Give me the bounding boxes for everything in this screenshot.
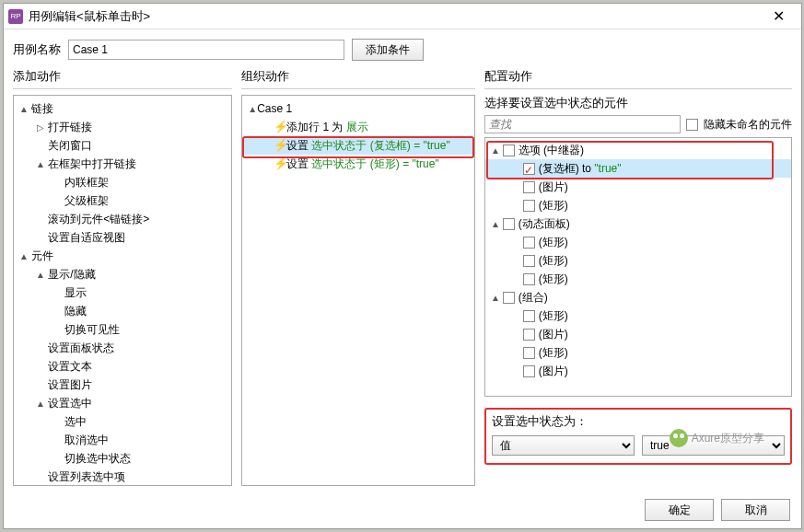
tree-item[interactable]: 关闭窗口 xyxy=(16,136,229,155)
case-name-input[interactable] xyxy=(68,40,344,60)
tree-item[interactable]: 滚动到元件<锚链接> xyxy=(16,210,229,228)
widget-item[interactable]: (矩形) xyxy=(485,343,791,362)
widget-item[interactable]: (矩形) xyxy=(485,306,791,325)
organize-action-tree[interactable]: ▲Case 1⚡添加行 1 为 展示⚡设置 选中状态于 (复选框) = "tru… xyxy=(241,95,475,486)
close-button[interactable]: ✕ xyxy=(760,5,797,29)
tree-item[interactable]: 设置列表选中项 xyxy=(16,468,229,486)
set-state-section: 设置选中状态为： 值 true xyxy=(484,408,792,465)
search-input[interactable] xyxy=(484,115,681,133)
add-action-tree[interactable]: ▲ 链接▷ 打开链接 关闭窗口▲ 在框架中打开链接 内联框架 父级框架 滚动到元… xyxy=(13,95,232,486)
action-item[interactable]: ▲Case 1 xyxy=(244,99,472,118)
widget-item[interactable]: (矩形) xyxy=(485,251,791,270)
value-type-select[interactable]: 值 xyxy=(492,435,635,456)
hide-unnamed-label: 隐藏未命名的元件 xyxy=(704,117,792,133)
tree-item[interactable]: 内联框架 xyxy=(16,173,229,191)
right-header: 配置动作 xyxy=(484,68,792,89)
add-condition-button[interactable]: 添加条件 xyxy=(352,39,424,61)
action-item[interactable]: ⚡设置 选中状态于 (复选框) = "true" xyxy=(244,136,472,155)
left-header: 添加动作 xyxy=(13,68,232,89)
tree-item[interactable]: 隐藏 xyxy=(16,302,229,320)
widget-item[interactable]: (矩形) xyxy=(485,270,791,288)
widget-list[interactable]: ▲ 选项 (中继器) (复选框) to "true" (图片) (矩形)▲ (动… xyxy=(484,137,792,397)
widget-item[interactable]: ▲ (组合) xyxy=(485,288,791,306)
tree-item[interactable]: 取消选中 xyxy=(16,431,229,449)
widget-item[interactable]: (图片) xyxy=(485,325,791,343)
tree-item[interactable]: ▲ 链接 xyxy=(16,99,229,118)
tree-item[interactable]: ▲ 显示/隐藏 xyxy=(16,265,229,283)
widget-item[interactable]: (矩形) xyxy=(485,233,791,251)
action-item[interactable]: ⚡设置 选中状态于 (矩形) = "true" xyxy=(244,155,472,173)
titlebar: RP 用例编辑<鼠标单击时> ✕ xyxy=(4,4,801,29)
tree-item[interactable]: 切换可见性 xyxy=(16,320,229,339)
tree-item[interactable]: 设置文本 xyxy=(16,357,229,376)
widget-item[interactable]: ▲ 选项 (中继器) xyxy=(485,141,791,159)
tree-item[interactable]: ▲ 元件 xyxy=(16,247,229,265)
tree-item[interactable]: 切换选中状态 xyxy=(16,449,229,468)
widget-item[interactable]: (复选框) to "true" xyxy=(485,159,791,178)
app-icon: RP xyxy=(8,9,23,24)
window-title: 用例编辑<鼠标单击时> xyxy=(29,8,760,25)
tree-item[interactable]: 设置图片 xyxy=(16,376,229,394)
action-item[interactable]: ⚡添加行 1 为 展示 xyxy=(244,118,472,136)
widget-item[interactable]: ▲ (动态面板) xyxy=(485,214,791,233)
mid-header: 组织动作 xyxy=(241,68,475,89)
value-select[interactable]: true xyxy=(642,435,785,456)
tree-item[interactable]: 设置面板状态 xyxy=(16,339,229,357)
tree-item[interactable]: 选中 xyxy=(16,412,229,431)
tree-item[interactable]: ▲ 设置选中 xyxy=(16,394,229,412)
set-state-label: 设置选中状态为： xyxy=(492,414,588,428)
widget-item[interactable]: (矩形) xyxy=(485,196,791,214)
tree-item[interactable]: 设置自适应视图 xyxy=(16,228,229,247)
hide-unnamed-checkbox[interactable] xyxy=(686,119,698,131)
right-prompt: 选择要设置选中状态的元件 xyxy=(484,95,792,115)
ok-button[interactable]: 确定 xyxy=(645,499,714,521)
tree-item[interactable]: 显示 xyxy=(16,283,229,302)
widget-item[interactable]: (图片) xyxy=(485,178,791,196)
tree-item[interactable]: 父级框架 xyxy=(16,191,229,210)
case-name-label: 用例名称 xyxy=(13,41,61,58)
tree-item[interactable]: ▲ 在框架中打开链接 xyxy=(16,155,229,173)
widget-item[interactable]: (图片) xyxy=(485,362,791,380)
cancel-button[interactable]: 取消 xyxy=(721,499,790,521)
tree-item[interactable]: ▷ 打开链接 xyxy=(16,118,229,136)
